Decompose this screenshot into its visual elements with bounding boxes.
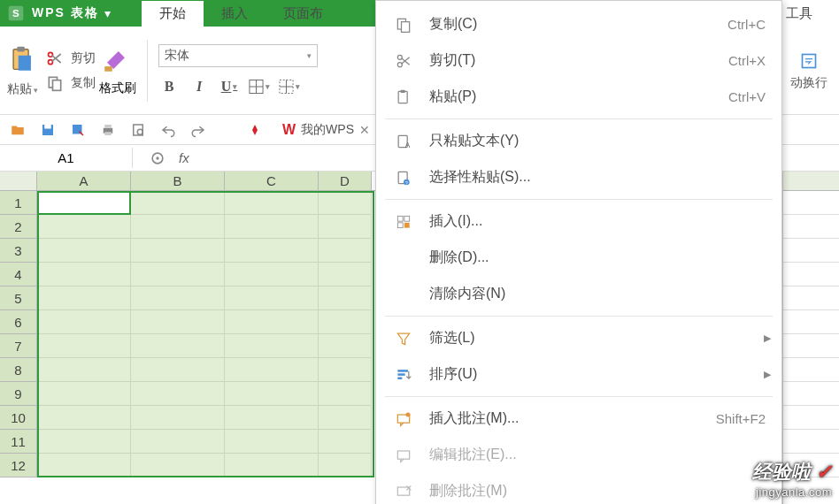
title-dropdown-icon[interactable]: ▾ xyxy=(99,6,117,20)
redo-icon[interactable] xyxy=(188,119,209,141)
tab-home[interactable]: 开始 xyxy=(142,0,204,27)
cell[interactable] xyxy=(131,454,225,477)
name-box[interactable]: A1 xyxy=(0,148,133,168)
cell[interactable] xyxy=(319,239,372,263)
cell[interactable] xyxy=(225,263,319,286)
menu-paste-special[interactable]: ? 选择性粘贴(S)... xyxy=(376,159,781,195)
cell[interactable] xyxy=(225,310,319,334)
cell[interactable] xyxy=(37,263,131,286)
cell[interactable] xyxy=(319,215,372,239)
italic-button[interactable]: I xyxy=(189,76,210,97)
menu-filter[interactable]: 筛选(L) ▶ xyxy=(376,320,781,356)
cell[interactable] xyxy=(131,334,225,358)
cell[interactable] xyxy=(319,310,372,334)
cell[interactable] xyxy=(37,406,131,430)
tab-tools[interactable]: 工具 xyxy=(779,0,839,27)
cell[interactable] xyxy=(319,191,372,215)
cell[interactable] xyxy=(225,454,319,477)
cell[interactable] xyxy=(37,215,131,239)
cell[interactable] xyxy=(131,310,225,334)
menu-insert[interactable]: 插入(I)... xyxy=(376,203,781,240)
cell[interactable] xyxy=(319,406,372,430)
cell[interactable] xyxy=(225,191,319,215)
wrap-icon[interactable] xyxy=(798,50,820,72)
bold-button[interactable]: B xyxy=(158,76,180,97)
cell[interactable] xyxy=(131,263,225,286)
cell[interactable] xyxy=(319,382,372,406)
column-header[interactable]: D xyxy=(319,172,372,190)
cell[interactable] xyxy=(131,430,225,454)
open-icon[interactable] xyxy=(7,119,28,141)
border-button[interactable]: ▾ xyxy=(249,76,270,97)
cell[interactable] xyxy=(131,239,225,263)
cell[interactable] xyxy=(131,215,225,239)
row-header[interactable]: 12 xyxy=(0,454,37,477)
cell[interactable] xyxy=(225,215,319,239)
menu-cut[interactable]: 剪切(T) Ctrl+X xyxy=(376,42,781,79)
menu-insert-comment[interactable]: 插入批注(M)... Shift+F2 xyxy=(376,401,781,437)
cell[interactable] xyxy=(225,382,319,406)
cell[interactable] xyxy=(225,358,319,382)
cell[interactable] xyxy=(225,286,319,310)
menu-paste-text[interactable]: A 只粘贴文本(Y) xyxy=(376,123,781,159)
column-header[interactable]: A xyxy=(37,172,131,190)
marker-icon[interactable] xyxy=(244,119,266,141)
row-header[interactable]: 6 xyxy=(0,310,37,334)
cell[interactable] xyxy=(225,334,319,358)
cell[interactable] xyxy=(37,310,131,334)
row-header[interactable]: 8 xyxy=(0,358,37,382)
column-header[interactable]: C xyxy=(225,172,319,190)
undo-icon[interactable] xyxy=(158,119,179,141)
row-header[interactable]: 1 xyxy=(0,191,37,215)
menu-delete[interactable]: 删除(D)... xyxy=(376,240,781,276)
cell[interactable] xyxy=(319,358,372,382)
cell[interactable] xyxy=(37,430,131,454)
row-header[interactable]: 5 xyxy=(0,286,37,310)
menu-copy[interactable]: 复制(C) Ctrl+C xyxy=(376,6,781,42)
menu-paste[interactable]: 粘贴(P) Ctrl+V xyxy=(376,79,781,115)
reference-icon[interactable] xyxy=(147,148,168,169)
cell[interactable] xyxy=(37,191,131,215)
select-all-corner[interactable] xyxy=(0,172,37,190)
cell[interactable] xyxy=(37,239,131,263)
menu-sort[interactable]: 排序(U) ▶ xyxy=(376,356,781,393)
row-header[interactable]: 10 xyxy=(0,406,37,430)
cell[interactable] xyxy=(37,286,131,310)
font-name-select[interactable]: 宋体 ▾ xyxy=(158,44,318,67)
cell[interactable] xyxy=(131,406,225,430)
cell[interactable] xyxy=(225,239,319,263)
menu-clear[interactable]: 清除内容(N) xyxy=(376,276,781,312)
cell[interactable] xyxy=(319,263,372,286)
close-icon[interactable]: ✕ xyxy=(359,123,370,137)
saveas-icon[interactable] xyxy=(67,119,89,141)
row-header[interactable]: 7 xyxy=(0,334,37,358)
cell[interactable] xyxy=(37,382,131,406)
cell[interactable] xyxy=(319,430,372,454)
cell[interactable] xyxy=(225,430,319,454)
cell[interactable] xyxy=(225,406,319,430)
cell[interactable] xyxy=(131,286,225,310)
row-header[interactable]: 4 xyxy=(0,263,37,286)
row-header[interactable]: 11 xyxy=(0,430,37,454)
save-icon[interactable] xyxy=(37,119,58,141)
cell[interactable] xyxy=(319,454,372,477)
cell[interactable] xyxy=(37,358,131,382)
format-brush-button[interactable]: 格式刷 xyxy=(99,45,136,96)
copy-button[interactable]: 复制 xyxy=(44,73,96,94)
cell[interactable] xyxy=(131,191,225,215)
fx-icon[interactable]: fx xyxy=(179,150,189,165)
cell[interactable] xyxy=(37,334,131,358)
row-header[interactable]: 3 xyxy=(0,239,37,263)
cell[interactable] xyxy=(131,382,225,406)
underline-button[interactable]: U▾ xyxy=(219,76,240,97)
tab-insert[interactable]: 插入 xyxy=(204,1,266,27)
cell[interactable] xyxy=(37,454,131,477)
cell[interactable] xyxy=(319,286,372,310)
cell[interactable] xyxy=(131,358,225,382)
border2-button[interactable]: ▾ xyxy=(279,76,300,97)
document-tab[interactable]: W 我的WPS ✕ xyxy=(274,119,378,141)
print-icon[interactable] xyxy=(97,119,119,141)
cell[interactable] xyxy=(319,334,372,358)
paste-label[interactable]: 粘贴▾ xyxy=(7,81,41,97)
cut-button[interactable]: 剪切 xyxy=(44,48,96,69)
